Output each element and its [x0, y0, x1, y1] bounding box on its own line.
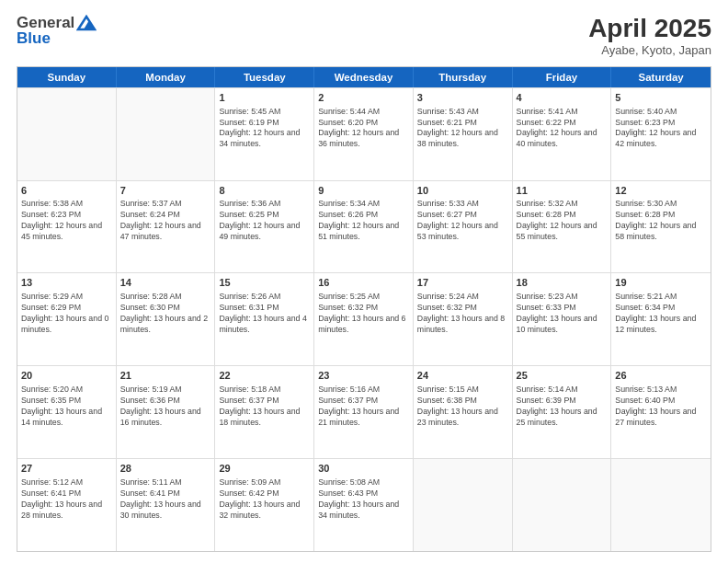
day-number: 6 — [21, 184, 112, 198]
day-number: 20 — [21, 369, 112, 383]
calendar-cell: 1Sunrise: 5:45 AM Sunset: 6:19 PM Daylig… — [215, 88, 314, 180]
calendar-cell — [17, 88, 117, 180]
day-number: 13 — [21, 276, 112, 290]
day-detail: Sunrise: 5:32 AM Sunset: 6:28 PM Dayligh… — [517, 199, 608, 243]
day-number: 10 — [417, 184, 508, 198]
calendar-cell — [414, 459, 513, 551]
day-number: 23 — [318, 369, 409, 383]
calendar-cell: 15Sunrise: 5:26 AM Sunset: 6:31 PM Dayli… — [215, 273, 314, 365]
calendar-body: 1Sunrise: 5:45 AM Sunset: 6:19 PM Daylig… — [17, 87, 711, 551]
calendar-cell: 23Sunrise: 5:16 AM Sunset: 6:37 PM Dayli… — [314, 366, 414, 458]
calendar-cell: 17Sunrise: 5:24 AM Sunset: 6:32 PM Dayli… — [414, 273, 513, 365]
day-detail: Sunrise: 5:18 AM Sunset: 6:37 PM Dayligh… — [219, 385, 310, 429]
day-detail: Sunrise: 5:38 AM Sunset: 6:23 PM Dayligh… — [21, 199, 112, 243]
calendar-cell: 4Sunrise: 5:41 AM Sunset: 6:22 PM Daylig… — [513, 88, 612, 180]
day-number: 28 — [120, 462, 211, 476]
calendar-cell: 9Sunrise: 5:34 AM Sunset: 6:26 PM Daylig… — [314, 181, 414, 273]
calendar-cell: 27Sunrise: 5:12 AM Sunset: 6:41 PM Dayli… — [17, 459, 117, 551]
day-number: 19 — [615, 276, 707, 290]
calendar-cell: 3Sunrise: 5:43 AM Sunset: 6:21 PM Daylig… — [414, 88, 513, 180]
logo: General Blue — [17, 15, 97, 47]
day-number: 4 — [517, 91, 608, 105]
day-number: 16 — [318, 276, 409, 290]
calendar-cell: 25Sunrise: 5:14 AM Sunset: 6:39 PM Dayli… — [513, 366, 612, 458]
calendar-cell: 18Sunrise: 5:23 AM Sunset: 6:33 PM Dayli… — [513, 273, 612, 365]
day-detail: Sunrise: 5:20 AM Sunset: 6:35 PM Dayligh… — [21, 385, 112, 429]
calendar-header: SundayMondayTuesdayWednesdayThursdayFrid… — [17, 67, 711, 87]
logo-blue: Blue — [17, 30, 51, 48]
calendar-cell: 13Sunrise: 5:29 AM Sunset: 6:29 PM Dayli… — [17, 273, 117, 365]
day-number: 3 — [417, 91, 508, 105]
day-number: 30 — [318, 462, 409, 476]
calendar-header-cell: Saturday — [611, 67, 711, 87]
title-block: April 2025 Ayabe, Kyoto, Japan — [588, 15, 711, 57]
day-number: 14 — [120, 276, 211, 290]
day-number: 8 — [219, 184, 310, 198]
calendar-cell: 5Sunrise: 5:40 AM Sunset: 6:23 PM Daylig… — [611, 88, 711, 180]
day-number: 21 — [120, 369, 211, 383]
day-detail: Sunrise: 5:23 AM Sunset: 6:33 PM Dayligh… — [517, 292, 608, 336]
calendar-cell: 30Sunrise: 5:08 AM Sunset: 6:43 PM Dayli… — [314, 459, 414, 551]
calendar-cell: 8Sunrise: 5:36 AM Sunset: 6:25 PM Daylig… — [215, 181, 314, 273]
calendar-row: 27Sunrise: 5:12 AM Sunset: 6:41 PM Dayli… — [17, 458, 711, 551]
calendar-cell: 19Sunrise: 5:21 AM Sunset: 6:34 PM Dayli… — [611, 273, 711, 365]
calendar-header-cell: Wednesday — [314, 67, 414, 87]
calendar-cell: 10Sunrise: 5:33 AM Sunset: 6:27 PM Dayli… — [414, 181, 513, 273]
calendar-header-cell: Friday — [513, 67, 612, 87]
day-detail: Sunrise: 5:26 AM Sunset: 6:31 PM Dayligh… — [219, 292, 310, 336]
calendar-cell: 12Sunrise: 5:30 AM Sunset: 6:28 PM Dayli… — [611, 181, 711, 273]
calendar-cell: 11Sunrise: 5:32 AM Sunset: 6:28 PM Dayli… — [513, 181, 612, 273]
day-detail: Sunrise: 5:16 AM Sunset: 6:37 PM Dayligh… — [318, 385, 409, 429]
day-detail: Sunrise: 5:43 AM Sunset: 6:21 PM Dayligh… — [417, 107, 508, 151]
day-detail: Sunrise: 5:45 AM Sunset: 6:19 PM Dayligh… — [219, 107, 310, 151]
calendar-cell: 6Sunrise: 5:38 AM Sunset: 6:23 PM Daylig… — [17, 181, 117, 273]
main-title: April 2025 — [588, 15, 711, 43]
calendar-header-cell: Sunday — [17, 67, 117, 87]
day-detail: Sunrise: 5:08 AM Sunset: 6:43 PM Dayligh… — [318, 477, 409, 522]
day-detail: Sunrise: 5:41 AM Sunset: 6:22 PM Dayligh… — [517, 107, 608, 151]
calendar-row: 13Sunrise: 5:29 AM Sunset: 6:29 PM Dayli… — [17, 272, 711, 365]
calendar-cell: 20Sunrise: 5:20 AM Sunset: 6:35 PM Dayli… — [17, 366, 117, 458]
day-number: 18 — [517, 276, 608, 290]
day-number: 22 — [219, 369, 310, 383]
day-number: 9 — [318, 184, 409, 198]
calendar-header-cell: Thursday — [414, 67, 513, 87]
day-number: 25 — [517, 369, 608, 383]
calendar-cell: 22Sunrise: 5:18 AM Sunset: 6:37 PM Dayli… — [215, 366, 314, 458]
calendar-cell: 28Sunrise: 5:11 AM Sunset: 6:41 PM Dayli… — [117, 459, 216, 551]
day-number: 27 — [21, 462, 112, 476]
day-detail: Sunrise: 5:25 AM Sunset: 6:32 PM Dayligh… — [318, 292, 409, 336]
day-detail: Sunrise: 5:36 AM Sunset: 6:25 PM Dayligh… — [219, 199, 310, 243]
day-detail: Sunrise: 5:19 AM Sunset: 6:36 PM Dayligh… — [120, 385, 211, 429]
day-number: 2 — [318, 91, 409, 105]
day-number: 12 — [615, 184, 707, 198]
day-detail: Sunrise: 5:28 AM Sunset: 6:30 PM Dayligh… — [120, 292, 211, 336]
day-detail: Sunrise: 5:11 AM Sunset: 6:41 PM Dayligh… — [120, 477, 211, 522]
day-number: 15 — [219, 276, 310, 290]
day-number: 5 — [615, 91, 707, 105]
day-detail: Sunrise: 5:12 AM Sunset: 6:41 PM Dayligh… — [21, 477, 112, 522]
calendar-cell: 21Sunrise: 5:19 AM Sunset: 6:36 PM Dayli… — [117, 366, 216, 458]
calendar-cell — [611, 459, 711, 551]
calendar-cell — [513, 459, 612, 551]
day-number: 11 — [517, 184, 608, 198]
day-detail: Sunrise: 5:15 AM Sunset: 6:38 PM Dayligh… — [417, 385, 508, 429]
day-detail: Sunrise: 5:33 AM Sunset: 6:27 PM Dayligh… — [417, 199, 508, 243]
calendar-cell: 29Sunrise: 5:09 AM Sunset: 6:42 PM Dayli… — [215, 459, 314, 551]
day-detail: Sunrise: 5:30 AM Sunset: 6:28 PM Dayligh… — [615, 199, 707, 243]
calendar-cell: 2Sunrise: 5:44 AM Sunset: 6:20 PM Daylig… — [314, 88, 414, 180]
day-detail: Sunrise: 5:44 AM Sunset: 6:20 PM Dayligh… — [318, 107, 409, 151]
calendar-cell: 26Sunrise: 5:13 AM Sunset: 6:40 PM Dayli… — [611, 366, 711, 458]
calendar-row: 1Sunrise: 5:45 AM Sunset: 6:19 PM Daylig… — [17, 87, 711, 180]
day-detail: Sunrise: 5:29 AM Sunset: 6:29 PM Dayligh… — [21, 292, 112, 336]
day-detail: Sunrise: 5:14 AM Sunset: 6:39 PM Dayligh… — [517, 385, 608, 429]
day-number: 1 — [219, 91, 310, 105]
calendar-header-cell: Monday — [117, 67, 216, 87]
day-number: 7 — [120, 184, 211, 198]
day-detail: Sunrise: 5:09 AM Sunset: 6:42 PM Dayligh… — [219, 477, 310, 522]
calendar-cell: 16Sunrise: 5:25 AM Sunset: 6:32 PM Dayli… — [314, 273, 414, 365]
day-detail: Sunrise: 5:34 AM Sunset: 6:26 PM Dayligh… — [318, 199, 409, 243]
day-number: 26 — [615, 369, 707, 383]
day-detail: Sunrise: 5:37 AM Sunset: 6:24 PM Dayligh… — [120, 199, 211, 243]
calendar-row: 20Sunrise: 5:20 AM Sunset: 6:35 PM Dayli… — [17, 365, 711, 458]
